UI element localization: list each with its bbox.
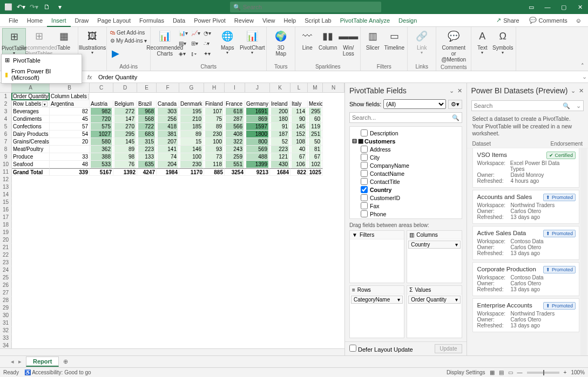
zone-row-item[interactable]: CategoryName▾ bbox=[351, 296, 403, 304]
cell[interactable]: 408 bbox=[225, 131, 245, 138]
zone-col-item[interactable]: Country▾ bbox=[408, 241, 460, 249]
cell[interactable]: 243 bbox=[225, 146, 245, 153]
cell[interactable]: 1399 bbox=[245, 161, 270, 168]
undo-button[interactable]: ↶▾ bbox=[15, 1, 27, 13]
col-header-E[interactable]: E bbox=[137, 83, 157, 93]
cell[interactable]: 45 bbox=[50, 115, 90, 123]
dataset-card[interactable]: VSO Items ✔ Certified Workspace:Excel Po… bbox=[472, 148, 580, 188]
cell[interactable]: 145 bbox=[290, 123, 308, 131]
cell[interactable]: 488 bbox=[245, 153, 270, 161]
zone-val-item[interactable]: Order Quantity▾ bbox=[408, 296, 460, 304]
cell[interactable]: Finland bbox=[204, 100, 225, 108]
tab-insert[interactable]: Insert bbox=[47, 14, 71, 27]
cell[interactable]: 1392 bbox=[113, 168, 137, 176]
field-contactname[interactable] bbox=[361, 170, 368, 177]
dropdown-pivottable[interactable]: ⊞PivotTable bbox=[2, 54, 82, 66]
cell[interactable]: 91 bbox=[270, 123, 290, 131]
cell[interactable]: Belgium bbox=[113, 100, 137, 108]
cell[interactable]: 722 bbox=[137, 123, 157, 131]
cell[interactable]: Austria bbox=[90, 100, 113, 108]
cell[interactable]: 89 bbox=[204, 123, 225, 131]
cell[interactable]: Argentina bbox=[50, 100, 90, 108]
cell[interactable]: France bbox=[225, 100, 245, 108]
row-header-32[interactable]: 32 bbox=[0, 327, 12, 334]
cell[interactable]: Grand Total bbox=[12, 168, 50, 176]
row-header-24[interactable]: 24 bbox=[0, 266, 12, 274]
cell[interactable]: 146 bbox=[179, 146, 204, 153]
row-header-5[interactable]: 5 bbox=[0, 123, 12, 131]
tab-analyze[interactable]: PivotTable Analyze bbox=[336, 14, 394, 27]
row-header-18[interactable]: 18 bbox=[0, 221, 12, 229]
cell[interactable]: Confections bbox=[12, 123, 50, 131]
row-header-16[interactable]: 16 bbox=[0, 206, 12, 214]
row-header-9[interactable]: 9 bbox=[0, 153, 12, 161]
chart-combo[interactable]: ◈▾ bbox=[178, 49, 190, 58]
formula-input[interactable]: Order Quantity bbox=[96, 74, 580, 80]
col-header-C[interactable]: C bbox=[90, 83, 113, 93]
cell[interactable]: 33 bbox=[50, 153, 90, 161]
sparkline-line[interactable]: 〰Line bbox=[298, 28, 317, 52]
col-header-M[interactable]: M bbox=[308, 83, 323, 93]
cell[interactable]: 108 bbox=[290, 138, 308, 146]
cell[interactable]: Seafood bbox=[12, 161, 50, 168]
cell[interactable]: Denmark bbox=[179, 100, 204, 108]
field-city[interactable] bbox=[361, 154, 368, 161]
cell[interactable]: 885 bbox=[204, 168, 225, 176]
cell[interactable]: 270 bbox=[113, 123, 137, 131]
cell[interactable]: 121 bbox=[270, 153, 290, 161]
cell[interactable]: 102 bbox=[308, 161, 323, 168]
cell[interactable]: 82 bbox=[50, 108, 90, 115]
cell[interactable]: 303 bbox=[157, 108, 179, 115]
cell[interactable]: 418 bbox=[157, 123, 179, 131]
cell[interactable]: Ireland bbox=[270, 100, 290, 108]
cell[interactable]: 74 bbox=[157, 153, 179, 161]
col-header-I[interactable]: I bbox=[225, 83, 245, 93]
accessibility-status[interactable]: ♿ Accessibility: Good to go bbox=[24, 369, 91, 375]
cell[interactable]: 119 bbox=[308, 123, 323, 131]
cell[interactable]: 210 bbox=[179, 115, 204, 123]
cell[interactable]: Germany bbox=[245, 100, 270, 108]
tab-powerpivot[interactable]: Power Pivot bbox=[190, 14, 230, 27]
symbols-button[interactable]: ΩSymbols▾ bbox=[492, 28, 513, 57]
zone-rows[interactable]: ≡RowsCategoryName▾ bbox=[349, 285, 404, 338]
row-header-29[interactable]: 29 bbox=[0, 304, 12, 312]
field-phone[interactable] bbox=[361, 210, 368, 217]
cell[interactable]: 1800 bbox=[245, 131, 270, 138]
gear-icon[interactable]: ⚙▾ bbox=[448, 100, 462, 109]
get-addins-button[interactable]: 🛍Get Add-ins bbox=[109, 29, 146, 36]
cell[interactable]: Column Labels▾ bbox=[50, 93, 90, 100]
cell[interactable]: 100 bbox=[204, 138, 225, 146]
zoom-level[interactable]: 100% bbox=[571, 369, 585, 375]
cell[interactable]: 89 bbox=[179, 131, 204, 138]
row-header-28[interactable]: 28 bbox=[0, 297, 12, 304]
cell[interactable]: 5167 bbox=[90, 168, 113, 176]
tab-home[interactable]: Home bbox=[23, 14, 47, 27]
update-button[interactable]: Update bbox=[435, 344, 462, 353]
field-list[interactable]: Description ⊟ ▦ Customers Address City C… bbox=[349, 126, 462, 219]
col-header-G[interactable]: G bbox=[179, 83, 204, 93]
col-header-B[interactable]: B bbox=[50, 83, 90, 93]
zone-values[interactable]: ΣValuesOrder Quantity▾ bbox=[407, 285, 462, 338]
text-button[interactable]: AText▾ bbox=[474, 28, 491, 57]
cell[interactable]: 107 bbox=[204, 108, 225, 115]
3dmap-button[interactable]: 🌍3D Map bbox=[269, 28, 293, 58]
cell[interactable]: 152 bbox=[290, 131, 308, 138]
cell[interactable]: 118 bbox=[204, 161, 225, 168]
search-box[interactable]: 🔍 bbox=[230, 2, 381, 12]
row-header-15[interactable]: 15 bbox=[0, 198, 12, 206]
col-header-N[interactable]: N bbox=[323, 83, 344, 93]
cell[interactable]: 575 bbox=[90, 123, 113, 131]
cell[interactable]: 982 bbox=[90, 108, 113, 115]
row-header-14[interactable]: 14 bbox=[0, 191, 12, 198]
view-pagebreak[interactable]: ▭ bbox=[508, 369, 513, 375]
close-icon[interactable]: ✕ bbox=[457, 87, 462, 94]
cell[interactable]: 93 bbox=[204, 146, 225, 153]
share-button[interactable]: ↗Share bbox=[492, 15, 523, 25]
dataset-card[interactable]: Active Sales Data ⬆ Promoted Workspace:C… bbox=[472, 226, 580, 260]
cell[interactable]: 720 bbox=[90, 115, 113, 123]
cell[interactable]: Canada bbox=[157, 100, 179, 108]
row-header-8[interactable]: 8 bbox=[0, 146, 12, 153]
cell[interactable]: 800 bbox=[245, 138, 270, 146]
tab-data[interactable]: Data bbox=[168, 14, 190, 27]
cell[interactable]: 272 bbox=[113, 108, 137, 115]
